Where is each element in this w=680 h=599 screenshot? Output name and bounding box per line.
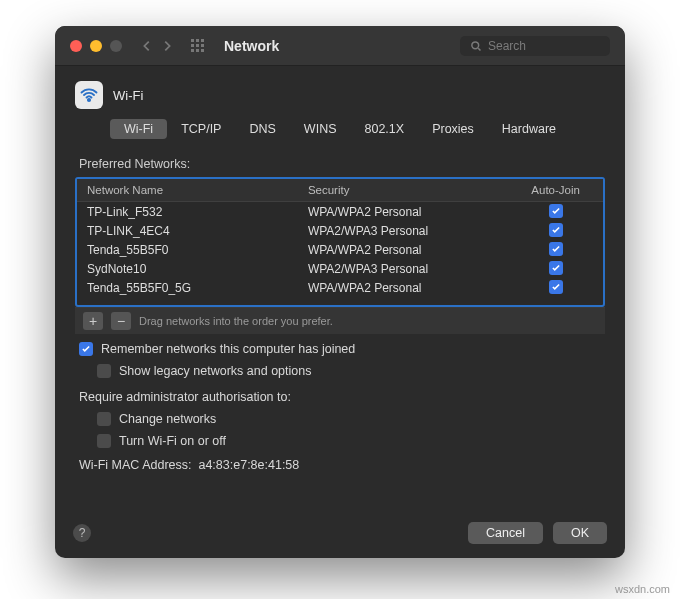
checkbox-checked-icon (549, 223, 563, 237)
svg-rect-5 (201, 44, 204, 47)
change-networks-label: Change networks (119, 412, 216, 426)
require-auth-label: Require administrator authorisation to: (79, 390, 291, 404)
checkbox-unchecked-icon (97, 434, 111, 448)
change-networks-option[interactable]: Change networks (97, 412, 601, 426)
svg-point-10 (88, 99, 90, 101)
mac-address-label: Wi-Fi MAC Address: (79, 458, 192, 472)
turn-wifi-option[interactable]: Turn Wi-Fi on or off (97, 434, 601, 448)
add-network-button[interactable]: + (83, 312, 103, 330)
mac-address-value: a4:83:e7:8e:41:58 (198, 458, 299, 472)
svg-rect-3 (191, 44, 194, 47)
preferred-networks-label: Preferred Networks: (79, 157, 605, 171)
table-row[interactable]: Tenda_55B5F0WPA/WPA2 Personal (77, 240, 603, 259)
network-name: TP-Link_F532 (77, 202, 298, 222)
pane-header: Wi-Fi (75, 81, 605, 109)
table-row[interactable]: Tenda_55B5F0_5GWPA/WPA2 Personal (77, 278, 603, 297)
show-legacy-option[interactable]: Show legacy networks and options (97, 364, 601, 378)
checkbox-checked-icon (79, 342, 93, 356)
table-row[interactable]: TP-Link_F532WPA/WPA2 Personal (77, 202, 603, 222)
show-all-icon[interactable] (190, 38, 206, 54)
search-field[interactable]: Search (460, 36, 610, 56)
remember-networks-option[interactable]: Remember networks this computer has join… (79, 342, 601, 356)
zoom-window-button[interactable] (110, 40, 122, 52)
tab-8021x[interactable]: 802.1X (351, 119, 419, 139)
tab-hardware[interactable]: Hardware (488, 119, 570, 139)
tab-proxies[interactable]: Proxies (418, 119, 488, 139)
svg-rect-6 (191, 49, 194, 52)
show-legacy-label: Show legacy networks and options (119, 364, 311, 378)
forward-button[interactable] (160, 39, 174, 53)
column-header-security[interactable]: Security (298, 179, 508, 202)
search-icon (470, 40, 482, 52)
svg-rect-7 (196, 49, 199, 52)
minimize-window-button[interactable] (90, 40, 102, 52)
back-button[interactable] (140, 39, 154, 53)
network-autojoin[interactable] (508, 221, 603, 240)
svg-rect-1 (196, 39, 199, 42)
network-name: Tenda_55B5F0 (77, 240, 298, 259)
svg-rect-2 (201, 39, 204, 42)
cancel-button[interactable]: Cancel (468, 522, 543, 544)
watermark: wsxdn.com (615, 583, 670, 595)
help-button[interactable]: ? (73, 524, 91, 542)
require-auth-label-row: Require administrator authorisation to: (79, 390, 601, 404)
tab-wins[interactable]: WINS (290, 119, 351, 139)
network-security: WPA/WPA2 Personal (298, 278, 508, 297)
footer-buttons: Cancel OK (468, 522, 607, 544)
remember-networks-label: Remember networks this computer has join… (101, 342, 355, 356)
close-window-button[interactable] (70, 40, 82, 52)
checkbox-checked-icon (549, 204, 563, 218)
nav-arrows (140, 39, 174, 53)
tab-tcpip[interactable]: TCP/IP (167, 119, 235, 139)
network-autojoin[interactable] (508, 202, 603, 222)
network-security: WPA2/WPA3 Personal (298, 259, 508, 278)
svg-point-9 (472, 41, 479, 48)
wifi-icon (75, 81, 103, 109)
column-header-name[interactable]: Network Name (77, 179, 298, 202)
network-autojoin[interactable] (508, 259, 603, 278)
window-title: Network (224, 38, 279, 54)
tab-dns[interactable]: DNS (235, 119, 289, 139)
checkbox-unchecked-icon (97, 364, 111, 378)
network-autojoin[interactable] (508, 278, 603, 297)
footer-hint: Drag networks into the order you prefer. (139, 315, 333, 327)
pane-title: Wi-Fi (113, 88, 143, 103)
network-name: TP-LINK_4EC4 (77, 221, 298, 240)
checkbox-checked-icon (549, 280, 563, 294)
body: Wi-Fi Wi-FiTCP/IPDNSWINS802.1XProxiesHar… (55, 66, 625, 487)
mac-address-row: Wi-Fi MAC Address: a4:83:e7:8e:41:58 (79, 458, 605, 472)
turn-wifi-label: Turn Wi-Fi on or off (119, 434, 226, 448)
column-header-autojoin[interactable]: Auto-Join (508, 179, 603, 202)
checkbox-checked-icon (549, 261, 563, 275)
tab-wifi[interactable]: Wi-Fi (110, 119, 167, 139)
preferred-networks-table[interactable]: Network Name Security Auto-Join TP-Link_… (75, 177, 605, 307)
table-row[interactable]: TP-LINK_4EC4WPA2/WPA3 Personal (77, 221, 603, 240)
svg-rect-0 (191, 39, 194, 42)
table-row[interactable]: SydNote10WPA2/WPA3 Personal (77, 259, 603, 278)
svg-rect-4 (196, 44, 199, 47)
checkbox-unchecked-icon (97, 412, 111, 426)
network-autojoin[interactable] (508, 240, 603, 259)
window-controls (70, 40, 122, 52)
network-security: WPA/WPA2 Personal (298, 202, 508, 222)
network-security: WPA2/WPA3 Personal (298, 221, 508, 240)
titlebar: Network Search (55, 26, 625, 66)
search-placeholder: Search (488, 39, 526, 53)
network-preferences-window: Network Search Wi-Fi Wi-FiTCP/IPDNSWINS8… (55, 26, 625, 558)
network-name: SydNote10 (77, 259, 298, 278)
remove-network-button[interactable]: − (111, 312, 131, 330)
checkbox-checked-icon (549, 242, 563, 256)
ok-button[interactable]: OK (553, 522, 607, 544)
table-footer: + − Drag networks into the order you pre… (75, 307, 605, 334)
tabs: Wi-FiTCP/IPDNSWINS802.1XProxiesHardware (75, 119, 605, 139)
network-name: Tenda_55B5F0_5G (77, 278, 298, 297)
network-security: WPA/WPA2 Personal (298, 240, 508, 259)
svg-rect-8 (201, 49, 204, 52)
